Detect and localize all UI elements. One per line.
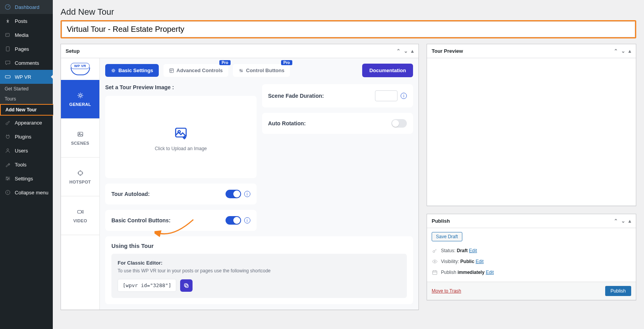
pro-badge: Pro — [281, 60, 292, 65]
basic-controls-toggle[interactable] — [226, 216, 241, 225]
publish-button[interactable]: Publish — [605, 286, 631, 296]
autoload-label: Tour Autoload: — [111, 191, 150, 197]
tour-preview-panel: Tour Preview ⌃ ⌄ ▴ — [427, 44, 636, 206]
main-content: Add New Tour Screen Options Setup ⌃ ⌄ ▴ — [53, 0, 644, 329]
using-tour-section: Using this Tour For Classic Editor: To u… — [105, 236, 413, 304]
sidebar-item-appearance[interactable]: Appearance — [0, 116, 53, 130]
sidebar-label: Tools — [15, 162, 26, 168]
auto-rotation-toggle[interactable] — [391, 119, 407, 128]
panel-up-icon[interactable]: ⌃ — [396, 48, 401, 54]
panel-toggle-icon[interactable]: ▴ — [411, 48, 414, 54]
submenu-add-new-tour[interactable]: Add New Tour — [0, 104, 53, 116]
using-subtitle: For Classic Editor: — [118, 260, 401, 266]
vtab-hotspot[interactable]: HOTSPOT — [61, 158, 99, 196]
sidebar-label: Settings — [15, 176, 33, 182]
sidebar-item-plugins[interactable]: Plugins — [0, 130, 53, 144]
target-icon — [77, 170, 84, 177]
auto-rotation-label: Auto Rotation: — [268, 120, 306, 126]
htab-control-buttons[interactable]: Control Buttons Pro — [233, 64, 290, 77]
sidebar-item-wpvr[interactable]: WP VR — [0, 70, 53, 84]
move-to-trash-link[interactable]: Move to Trash — [432, 288, 461, 294]
publish-panel: Publish ⌃ ⌄ ▴ Save Draft Status: Draft E… — [427, 214, 636, 300]
tour-title-input[interactable] — [62, 21, 635, 37]
panel-toggle-icon[interactable]: ▴ — [628, 48, 631, 54]
submenu-get-started[interactable]: Get Started — [0, 84, 53, 94]
vtab-general[interactable]: GENERAL — [61, 80, 99, 119]
sidebar-label: Collapse menu — [15, 190, 49, 196]
sidebar-item-users[interactable]: Users — [0, 144, 53, 158]
using-desc: To use this WP VR tour in your posts or … — [118, 268, 401, 274]
fade-duration-input[interactable] — [375, 90, 398, 101]
htab-label: Advanced Controls — [177, 68, 223, 73]
tour-preview-body — [427, 58, 636, 206]
svg-rect-22 — [184, 284, 187, 286]
upload-text: Click to Upload an Image — [155, 146, 207, 151]
status-row: Status: Draft Edit — [432, 245, 631, 256]
htab-label: Control Buttons — [246, 68, 285, 73]
svg-rect-25 — [432, 271, 437, 275]
publish-panel-title: Publish — [432, 218, 450, 224]
basic-controls-label: Basic Control Buttons: — [111, 217, 170, 223]
tour-preview-title: Tour Preview — [432, 48, 463, 54]
sidebar-item-dashboard[interactable]: Dashboard — [0, 0, 53, 14]
sidebar-item-media[interactable]: Media — [0, 28, 53, 42]
edit-schedule-link[interactable]: Edit — [486, 270, 494, 275]
edit-status-link[interactable]: Edit — [469, 248, 477, 253]
sidebar-item-pages[interactable]: Pages — [0, 42, 53, 56]
svg-point-6 — [6, 177, 7, 178]
vtab-label: VIDEO — [73, 218, 87, 223]
panel-up-icon[interactable]: ⌃ — [614, 48, 618, 54]
sidebar-label: Users — [15, 148, 28, 154]
preview-image-label: Set a Tour Preview Image : — [105, 84, 257, 90]
svg-point-2 — [7, 34, 7, 35]
info-icon[interactable]: i — [244, 191, 250, 197]
eye-icon — [432, 258, 438, 265]
sidebar-item-collapse[interactable]: Collapse menu — [0, 185, 53, 199]
setup-panel-title: Setup — [66, 48, 80, 54]
panel-down-icon[interactable]: ⌄ — [621, 48, 625, 54]
wpvr-submenu: Get Started Tours Add New Tour — [0, 84, 53, 116]
svg-point-7 — [8, 178, 9, 179]
documentation-button[interactable]: Documentation — [362, 64, 413, 77]
sidebar-label: WP VR — [15, 74, 31, 80]
upload-preview-image[interactable]: Click to Upload an Image — [108, 102, 254, 176]
vtab-scenes[interactable]: SCENES — [61, 119, 99, 158]
autoload-toggle[interactable] — [226, 190, 241, 198]
info-icon[interactable]: i — [401, 93, 407, 99]
gear-icon — [77, 92, 84, 99]
gear-icon — [111, 68, 116, 73]
htab-basic-settings[interactable]: Basic Settings — [105, 64, 159, 77]
panel-down-icon[interactable]: ⌄ — [621, 218, 625, 224]
sidebar-item-tools[interactable]: Tools — [0, 158, 53, 171]
submenu-tours[interactable]: Tours — [0, 94, 53, 104]
upload-image-icon — [174, 126, 188, 140]
vtab-video[interactable]: VIDEO — [61, 196, 99, 235]
save-draft-button[interactable]: Save Draft — [432, 232, 462, 241]
admin-sidebar: Dashboard Posts Media Pages Comments WP … — [0, 0, 53, 329]
svg-rect-19 — [175, 128, 186, 137]
sidebar-item-posts[interactable]: Posts — [0, 14, 53, 28]
svg-rect-16 — [170, 69, 174, 73]
vtab-label: HOTSPOT — [69, 180, 91, 184]
edit-visibility-link[interactable]: Edit — [476, 259, 484, 264]
sliders-icon — [4, 175, 12, 182]
image-icon — [77, 131, 84, 138]
svg-rect-11 — [78, 132, 83, 136]
copy-shortcode-button[interactable] — [180, 279, 193, 292]
sidebar-label: Posts — [15, 18, 28, 24]
panel-up-icon[interactable]: ⌃ — [614, 218, 618, 224]
svg-rect-21 — [186, 284, 188, 287]
vr-icon — [4, 73, 12, 81]
schedule-row: Publish immediately Edit — [432, 267, 631, 278]
svg-point-5 — [7, 149, 9, 151]
panel-toggle-icon[interactable]: ▴ — [628, 218, 631, 224]
brush-icon — [4, 119, 12, 126]
sidebar-item-settings[interactable]: Settings — [0, 171, 53, 185]
shortcode-text: [wpvr id="3288"] — [118, 279, 176, 292]
sidebar-item-comments[interactable]: Comments — [0, 56, 53, 70]
svg-point-9 — [5, 190, 10, 194]
user-icon — [4, 147, 12, 154]
panel-down-icon[interactable]: ⌄ — [404, 48, 408, 54]
htab-advanced-controls[interactable]: Advanced Controls Pro — [163, 64, 228, 77]
info-icon[interactable]: i — [244, 217, 250, 223]
